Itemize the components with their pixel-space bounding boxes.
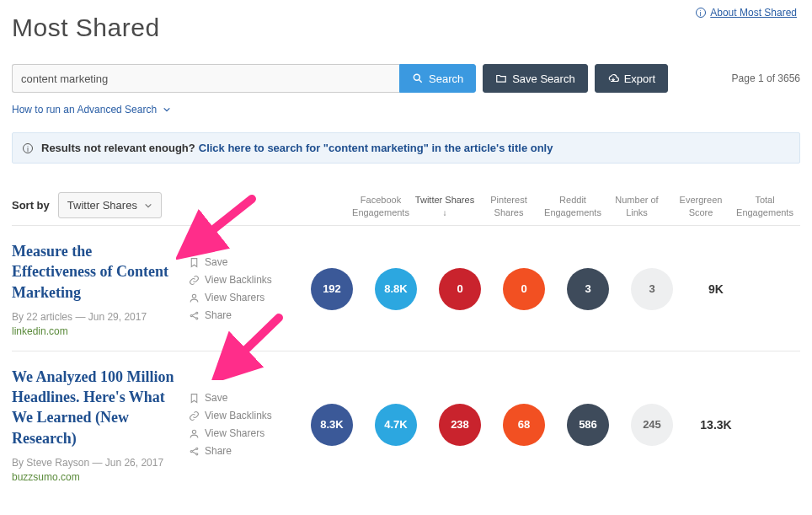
- result-domain-link[interactable]: linkedin.com: [12, 325, 179, 337]
- result-row: We Analyzed 100 Million Headlines. Here'…: [12, 351, 800, 496]
- svg-point-7: [190, 450, 192, 452]
- save-search-label: Save Search: [512, 72, 574, 85]
- link-icon: [189, 410, 200, 421]
- export-label: Export: [624, 72, 656, 85]
- info-icon: i: [696, 8, 706, 18]
- pagination-info: Page 1 of 3656: [732, 72, 800, 84]
- sharers-action[interactable]: View Sharers: [189, 427, 300, 439]
- search-button-label: Search: [429, 72, 463, 85]
- search-button[interactable]: Search: [399, 64, 476, 93]
- svg-point-0: [414, 74, 419, 80]
- cloud-download-icon: [607, 72, 619, 84]
- result-actions: Save View Backlinks View Sharers Share: [189, 241, 300, 337]
- metric-facebook: 192: [300, 268, 364, 310]
- metric-twitter: 4.7K: [364, 404, 428, 446]
- col-twitter[interactable]: Twitter Shares ↓: [413, 194, 477, 218]
- search-toolbar: Search Save Search Export Page 1 of 3656: [12, 64, 800, 93]
- export-button[interactable]: Export: [595, 64, 669, 93]
- svg-point-3: [190, 314, 192, 316]
- svg-point-8: [196, 448, 198, 449]
- svg-point-2: [192, 294, 195, 298]
- result-meta: By 22 articles — Jun 29, 2017: [12, 311, 179, 323]
- metric-evergreen: 245: [620, 404, 684, 446]
- result-main: Measure the Effectiveness of Content Mar…: [12, 241, 189, 337]
- svg-point-5: [196, 318, 198, 319]
- advanced-search-link[interactable]: How to run an Advanced Search: [12, 104, 171, 115]
- sort-select[interactable]: Twitter Shares: [58, 192, 162, 218]
- share-action[interactable]: Share: [189, 445, 300, 457]
- result-title-link[interactable]: We Analyzed 100 Million Headlines. Here'…: [12, 367, 179, 448]
- metric-reddit: 68: [492, 404, 556, 446]
- metric-total: 13.3K: [684, 418, 748, 432]
- info-icon: i: [23, 143, 33, 153]
- chevron-down-icon: [144, 202, 152, 209]
- svg-line-1: [419, 80, 422, 83]
- share-icon: [189, 310, 200, 321]
- result-actions: Save View Backlinks View Sharers Share: [189, 367, 300, 483]
- metric-pinterest: 0: [428, 268, 492, 310]
- result-meta: By Steve Rayson — Jun 26, 2017: [12, 457, 179, 469]
- metrics-header: Facebook Engagements Twitter Shares ↓ Pi…: [349, 194, 800, 218]
- result-row: Measure the Effectiveness of Content Mar…: [12, 225, 800, 351]
- advanced-search-label: How to run an Advanced Search: [12, 104, 157, 115]
- person-icon: [189, 292, 200, 303]
- metric-total: 9K: [684, 282, 748, 296]
- metric-links: 586: [556, 404, 620, 446]
- metric-twitter: 8.8K: [364, 268, 428, 310]
- sort-label: Sort by: [12, 199, 50, 212]
- metric-facebook: 8.3K: [300, 404, 364, 446]
- share-action[interactable]: Share: [189, 309, 300, 321]
- metric-reddit: 0: [492, 268, 556, 310]
- sort-arrow-down-icon: ↓: [443, 208, 447, 217]
- result-metrics: 8.3K 4.7K 238 68 586 245 13.3K: [300, 367, 800, 483]
- notice-title-search-link[interactable]: Click here to search for "content market…: [199, 142, 553, 154]
- result-title-link[interactable]: Measure the Effectiveness of Content Mar…: [12, 241, 179, 303]
- result-metrics: 192 8.8K 0 0 3 3 9K: [300, 241, 800, 337]
- backlinks-action[interactable]: View Backlinks: [189, 274, 300, 286]
- results-header: Sort by Twitter Shares Facebook Engageme…: [12, 192, 800, 225]
- result-domain-link[interactable]: buzzsumo.com: [12, 471, 179, 483]
- sharers-action[interactable]: View Sharers: [189, 292, 300, 303]
- bookmark-icon: [189, 257, 200, 268]
- col-pinterest[interactable]: Pinterest Shares: [477, 194, 541, 218]
- about-most-shared-link[interactable]: About Most Shared: [710, 7, 797, 19]
- metric-pinterest: 238: [428, 404, 492, 446]
- bookmark-icon: [189, 393, 200, 404]
- sort-block: Sort by Twitter Shares: [12, 192, 349, 218]
- svg-point-9: [196, 453, 198, 455]
- page-title: Most Shared: [12, 13, 800, 42]
- about-link-wrap: i About Most Shared: [696, 7, 797, 19]
- col-evergreen[interactable]: Evergreen Score: [669, 194, 733, 218]
- save-action[interactable]: Save: [189, 392, 300, 404]
- relevance-notice: i Results not relevant enough? Click her…: [12, 132, 800, 164]
- svg-point-4: [196, 312, 198, 314]
- result-main: We Analyzed 100 Million Headlines. Here'…: [12, 367, 189, 483]
- col-total[interactable]: Total Engagements: [733, 194, 797, 218]
- person-icon: [189, 428, 200, 439]
- col-facebook[interactable]: Facebook Engagements: [349, 194, 413, 218]
- link-icon: [189, 275, 200, 286]
- backlinks-action[interactable]: View Backlinks: [189, 410, 300, 421]
- col-links[interactable]: Number of Links: [605, 194, 669, 218]
- search-icon: [412, 72, 424, 84]
- folder-icon: [495, 72, 507, 84]
- chevron-down-icon: [163, 104, 171, 115]
- notice-lead: Results not relevant enough?: [41, 142, 195, 154]
- share-icon: [189, 446, 200, 457]
- sort-selected-value: Twitter Shares: [67, 199, 137, 212]
- save-search-button[interactable]: Save Search: [483, 64, 587, 93]
- search-input[interactable]: [12, 64, 399, 93]
- metric-links: 3: [556, 268, 620, 310]
- metric-evergreen: 3: [620, 268, 684, 310]
- save-action[interactable]: Save: [189, 256, 300, 268]
- col-reddit[interactable]: Reddit Engagements: [541, 194, 605, 218]
- svg-point-6: [192, 430, 195, 433]
